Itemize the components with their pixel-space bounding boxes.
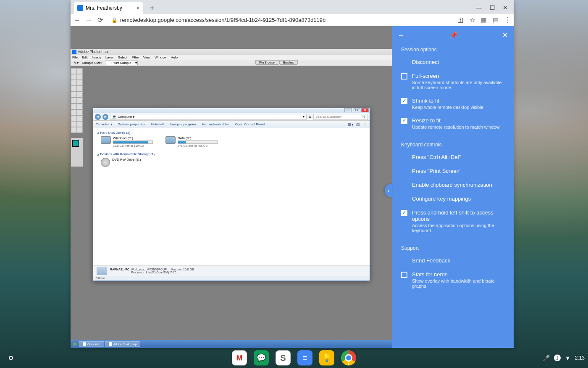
tool[interactable] bbox=[71, 80, 77, 86]
chevron-down-icon[interactable]: ▾ bbox=[303, 115, 304, 119]
disconnect-button[interactable]: Disconnect bbox=[392, 55, 514, 69]
gmail-app-icon[interactable]: M bbox=[232, 350, 247, 365]
print-screen-button[interactable]: Press "Print Screen" bbox=[392, 164, 514, 178]
tool[interactable] bbox=[71, 115, 77, 121]
checkbox-checked[interactable] bbox=[401, 98, 407, 104]
key-mappings-button[interactable]: Configure key mappings bbox=[392, 192, 514, 206]
brushes-tab[interactable]: Brushes bbox=[279, 60, 298, 65]
slides-app-icon[interactable]: S bbox=[276, 350, 291, 365]
shrink-to-fit-option[interactable]: Shrink to fit Keep whole remote desktop … bbox=[392, 94, 514, 114]
resize-to-fit-option[interactable]: Resize to fit Update remote resolution t… bbox=[392, 114, 514, 133]
chevron-down-icon[interactable]: ▾ bbox=[135, 61, 137, 65]
left-shift-option[interactable]: Press and hold left shift to access opti… bbox=[392, 206, 514, 237]
foreground-color[interactable] bbox=[72, 140, 79, 147]
minimize-icon[interactable]: — bbox=[476, 4, 482, 11]
tool[interactable] bbox=[77, 74, 83, 80]
close-icon[interactable]: × bbox=[136, 5, 140, 11]
eyedropper-icon[interactable]: ✎▾ bbox=[74, 61, 79, 65]
mic-icon[interactable]: 🎤 bbox=[543, 355, 550, 361]
tool[interactable] bbox=[77, 127, 83, 133]
send-feedback-button[interactable]: Send Feedback bbox=[392, 254, 514, 267]
sample-size-dropdown[interactable]: Point Sample bbox=[105, 61, 138, 65]
tool[interactable] bbox=[77, 68, 83, 74]
remote-desktop-viewport[interactable]: Adobe Photoshop File Edit Image Layer Se… bbox=[71, 26, 514, 348]
menu-window[interactable]: Window bbox=[155, 56, 166, 59]
dvd-drive[interactable]: DVD RW Drive (E:) bbox=[101, 158, 141, 167]
taskbar-item-computer[interactable]: Computer bbox=[79, 341, 104, 347]
clock[interactable]: 2:13 bbox=[575, 355, 585, 361]
tool[interactable] bbox=[77, 121, 83, 127]
tool[interactable] bbox=[71, 86, 77, 92]
tool[interactable] bbox=[77, 92, 83, 98]
address-breadcrumb[interactable]: 💻 Computer ▸ ▾ bbox=[110, 114, 307, 120]
hangouts-app-icon[interactable]: 💬 bbox=[254, 350, 269, 365]
tool[interactable] bbox=[71, 92, 77, 98]
hdd-section[interactable]: Hard Disk Drives (2) bbox=[100, 131, 130, 135]
close-icon[interactable]: ✕ bbox=[502, 31, 508, 39]
forward-button[interactable]: ► bbox=[102, 114, 108, 120]
maximize-button[interactable]: ☐ bbox=[353, 108, 360, 112]
notification-badge[interactable]: 1 bbox=[554, 355, 561, 361]
forward-button[interactable]: → bbox=[86, 16, 92, 24]
close-button[interactable]: ✕ bbox=[361, 108, 369, 112]
collapse-panel-button[interactable]: › bbox=[385, 184, 392, 197]
tool[interactable] bbox=[71, 121, 77, 127]
tool[interactable] bbox=[77, 86, 83, 92]
tool[interactable] bbox=[71, 109, 77, 115]
menu-help[interactable]: Help bbox=[171, 56, 178, 59]
tool[interactable] bbox=[77, 80, 83, 86]
tool[interactable] bbox=[71, 68, 77, 74]
minimize-button[interactable]: — bbox=[344, 108, 352, 112]
taskbar-item-photoshop[interactable]: Adobe Photoshop bbox=[105, 341, 141, 347]
tool[interactable] bbox=[71, 98, 77, 103]
close-icon[interactable]: ✕ bbox=[503, 4, 508, 11]
file-browser-tab[interactable]: File Browser bbox=[255, 60, 279, 65]
new-tab-button[interactable]: + bbox=[147, 2, 158, 14]
address-bar[interactable]: 🔒 remotedesktop.google.com/access/sessio… bbox=[108, 16, 452, 24]
launcher-button[interactable] bbox=[3, 349, 19, 366]
map-drive-button[interactable]: Map network drive bbox=[202, 122, 229, 126]
tool[interactable] bbox=[77, 98, 83, 103]
refresh-icon[interactable]: ↻ bbox=[308, 115, 312, 119]
pin-icon[interactable]: 📌 bbox=[449, 31, 458, 39]
keep-app-icon[interactable]: 💡 bbox=[319, 350, 334, 365]
tool[interactable] bbox=[77, 109, 83, 115]
extension-icon[interactable]: ▦ bbox=[481, 16, 487, 24]
uninstall-button[interactable]: Uninstall or change a program bbox=[151, 122, 196, 126]
organize-button[interactable]: Organize ▾ bbox=[96, 122, 112, 126]
menu-view[interactable]: View bbox=[143, 56, 150, 59]
search-input[interactable]: Search Computer 🔍 bbox=[313, 114, 368, 120]
menu-select[interactable]: Select bbox=[118, 56, 127, 59]
maximize-icon[interactable]: ☐ bbox=[490, 4, 495, 11]
reload-button[interactable]: ⟳ bbox=[97, 16, 103, 24]
browser-tab[interactable]: Mrs. Feathersby × bbox=[74, 2, 143, 14]
menu-edit[interactable]: Edit bbox=[82, 56, 88, 59]
back-button[interactable]: ← bbox=[74, 16, 81, 24]
drive-c[interactable]: Windows (C:) 13.8 GB free of 119 GB bbox=[101, 136, 153, 147]
preview-icon[interactable]: ▤ bbox=[356, 122, 360, 127]
photoshop-swatches[interactable] bbox=[71, 138, 83, 167]
checkbox-unchecked[interactable] bbox=[401, 272, 407, 278]
star-icon[interactable]: ☆ bbox=[470, 16, 475, 24]
ctrl-alt-del-button[interactable]: Press "Ctrl+Alt+Del" bbox=[392, 150, 514, 164]
menu-file[interactable]: File bbox=[72, 56, 78, 59]
menu-filter[interactable]: Filter bbox=[131, 56, 139, 59]
menu-layer[interactable]: Layer bbox=[105, 56, 114, 59]
back-icon[interactable]: ← bbox=[398, 32, 404, 39]
help-icon[interactable]: ❔ bbox=[362, 122, 367, 127]
checkbox-checked[interactable] bbox=[401, 210, 407, 216]
system-properties-button[interactable]: System properties bbox=[118, 122, 145, 126]
tool[interactable] bbox=[71, 103, 77, 109]
stats-nerds-option[interactable]: Stats for nerds Show overlay with bandwi… bbox=[392, 267, 514, 292]
checkbox-unchecked[interactable] bbox=[401, 73, 407, 79]
removable-section[interactable]: Devices with Removable Storage (1) bbox=[100, 152, 155, 156]
wifi-icon[interactable]: ▼ bbox=[565, 355, 571, 361]
clipboard-sync-button[interactable]: Enable clipboard synchronization bbox=[392, 178, 514, 192]
system-tray[interactable]: 🎤 1 ▼ 2:13 bbox=[543, 355, 585, 361]
tool[interactable] bbox=[71, 74, 77, 80]
checkbox-checked[interactable] bbox=[401, 118, 407, 124]
tool[interactable] bbox=[77, 103, 83, 109]
start-button[interactable] bbox=[71, 341, 78, 347]
explorer-titlebar[interactable]: — ☐ ✕ bbox=[93, 108, 370, 113]
control-panel-button[interactable]: Open Control Panel bbox=[235, 122, 265, 126]
